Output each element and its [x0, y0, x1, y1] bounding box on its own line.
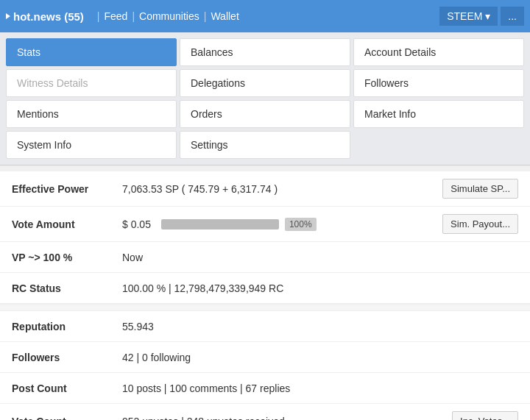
- brand-triangle-icon: [6, 13, 10, 19]
- vp-value: Now: [122, 252, 518, 263]
- simulate-sp-button[interactable]: Simulate SP...: [442, 179, 518, 199]
- menu-item-market-info[interactable]: Market Info: [353, 100, 524, 128]
- sim-payout-action: Sim. Payout...: [442, 214, 518, 234]
- vote-pct: 100%: [285, 218, 317, 231]
- nav-wallet[interactable]: Wallet: [211, 10, 239, 22]
- menu-item-followers[interactable]: Followers: [353, 69, 524, 97]
- menu-item-mentions[interactable]: Mentions: [6, 100, 177, 128]
- menu-item-delegations[interactable]: Delegations: [180, 69, 350, 97]
- effective-power-label: Effective Power: [12, 183, 122, 195]
- post-count-row: Post Count 10 posts | 100 comments | 67 …: [0, 373, 530, 404]
- post-count-label: Post Count: [12, 382, 122, 394]
- sim-payout-button[interactable]: Sim. Payout...: [442, 214, 518, 234]
- followers-label: Followers: [12, 352, 122, 363]
- vote-bar-wrap: [161, 219, 279, 229]
- followers-value: 42 | 0 following: [122, 352, 518, 363]
- reputation-row: Reputation 55.943: [0, 311, 530, 342]
- rc-status-value: 100.00 % | 12,798,479,339,949 RC: [122, 282, 518, 294]
- nav-brand[interactable]: hot.news (55): [6, 10, 84, 23]
- menu-item-empty: [353, 131, 524, 159]
- nav-feed[interactable]: Feed: [105, 10, 128, 22]
- menu-item-system-info[interactable]: System Info: [6, 131, 177, 159]
- menu-item-account-details[interactable]: Account Details: [353, 38, 524, 66]
- rc-status-label: RC Status: [12, 282, 122, 294]
- nav-sep-3: |: [204, 10, 207, 22]
- simulate-sp-action: Simulate SP...: [442, 179, 518, 199]
- brand-title: hot.news (55): [13, 10, 84, 23]
- vote-amount-label: Vote Amount: [12, 218, 122, 230]
- rc-status-row: RC Status 100.00 % | 12,798,479,339,949 …: [0, 273, 530, 304]
- vote-amount-container: $ 0.05 100%: [122, 218, 442, 231]
- followers-row: Followers 42 | 0 following: [0, 342, 530, 373]
- post-count-value: 10 posts | 100 comments | 67 replies: [122, 382, 518, 394]
- reputation-value: 55.943: [122, 321, 518, 332]
- top-nav: hot.news (55) | Feed | Communities | Wal…: [0, 0, 530, 32]
- menu-item-balances[interactable]: Balances: [180, 38, 350, 66]
- nav-sep-2: |: [132, 10, 135, 22]
- menu-item-stats[interactable]: Stats: [6, 38, 177, 66]
- vote-count-value: 952 upvotes | 248 upvotes received: [122, 416, 452, 421]
- nav-more-button[interactable]: ...: [501, 7, 524, 26]
- vote-count-label: Vote Count: [12, 416, 122, 421]
- menu-item-witness-details: Witness Details: [6, 69, 177, 97]
- vote-bar-fill: [161, 219, 279, 229]
- effective-power-value: 7,063.53 SP ( 745.79 + 6,317.74 ): [122, 183, 442, 195]
- reputation-label: Reputation: [12, 321, 122, 332]
- vote-amount-row: Vote Amount $ 0.05 100% Sim. Payout...: [0, 207, 530, 242]
- vote-amount-text: $ 0.05: [122, 218, 151, 230]
- nav-sep-1: |: [97, 10, 100, 22]
- nav-communities[interactable]: Communities: [139, 10, 199, 22]
- inc-votes-action: Inc. Votes...: [452, 411, 518, 420]
- effective-power-row: Effective Power 7,063.53 SP ( 745.79 + 6…: [0, 171, 530, 207]
- menu-item-orders[interactable]: Orders: [180, 100, 350, 128]
- inc-votes-button[interactable]: Inc. Votes...: [452, 411, 518, 420]
- menu-grid: Stats Balances Account Details Witness D…: [0, 32, 530, 165]
- vp-label: VP ~> 100 %: [12, 252, 122, 263]
- menu-item-settings[interactable]: Settings: [180, 131, 350, 159]
- stats-content: Effective Power 7,063.53 SP ( 745.79 + 6…: [0, 171, 530, 420]
- steem-dropdown[interactable]: STEEM ▾: [439, 7, 498, 26]
- section-spacer: [0, 304, 530, 311]
- vp-row: VP ~> 100 % Now: [0, 242, 530, 273]
- vote-count-row: Vote Count 952 upvotes | 248 upvotes rec…: [0, 404, 530, 420]
